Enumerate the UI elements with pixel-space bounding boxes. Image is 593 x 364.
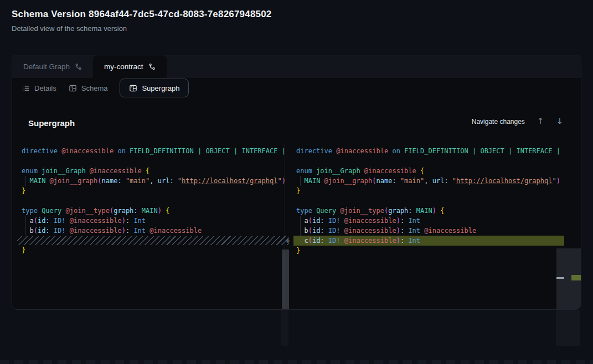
scrollbar-overflow-left <box>281 310 288 346</box>
code-line: b(id: ID! @inaccessible): Int @inaccessi… <box>12 226 289 236</box>
code-line: type Query @join__type(graph: MAIN) { <box>12 206 289 216</box>
schema-version-page: Schema Version 8964af44-7dc5-47cd-8083-7… <box>0 0 593 364</box>
code-line: directive @inaccessible on FIELD_DEFINIT… <box>290 146 581 156</box>
code-line: enum join__Graph @inaccessible { <box>290 166 581 176</box>
code-line: type Query @join__type(graph: MAIN) { <box>290 206 581 216</box>
schema-panels-icon <box>69 84 77 92</box>
diff-editor: directive @inaccessible on FIELD_DEFINIT… <box>12 143 581 309</box>
list-icon <box>22 84 30 92</box>
code-line: a(id: ID! @inaccessible): Int <box>12 216 289 226</box>
tab-schema[interactable]: Schema <box>69 84 108 92</box>
tab-default-graph-label: Default Graph <box>23 63 70 71</box>
code-line: } <box>290 246 581 256</box>
left-pane-code[interactable]: directive @inaccessible on FIELD_DEFINIT… <box>12 143 289 309</box>
left-scrollbar-thumb[interactable] <box>282 249 289 309</box>
code-line: MAIN @join__graph(name: "main", url: "ht… <box>290 176 581 186</box>
navigate-changes-label: Navigate changes <box>472 118 525 126</box>
variant-fork-icon <box>148 63 156 70</box>
code-line <box>290 196 581 206</box>
variant-fork-icon <box>75 63 82 70</box>
code-line: a(id: ID! @inaccessible): Int <box>290 216 581 226</box>
navigate-down-button[interactable]: ↓ <box>556 117 563 126</box>
scrollbar-overflow-right <box>556 310 580 346</box>
schema-panels-icon <box>129 84 137 92</box>
tab-supergraph-label: Supergraph <box>142 84 179 92</box>
tab-schema-label: Schema <box>81 84 108 92</box>
page-title: Schema Version 8964af44-7dc5-47cd-8083-7… <box>12 9 272 20</box>
code-line <box>290 156 581 166</box>
variant-tabs: Default Graph my-contract <box>12 55 581 78</box>
overview-added-marker <box>571 275 581 280</box>
code-line: } <box>290 186 581 196</box>
code-line: directive @inaccessible on FIELD_DEFINIT… <box>12 146 289 156</box>
navigate-changes: Navigate changes ↑ ↓ <box>472 117 563 126</box>
right-pane-code[interactable]: directive @inaccessible on FIELD_DEFINIT… <box>290 143 581 309</box>
navigate-up-button[interactable]: ↑ <box>537 117 544 126</box>
diff-placeholder-line <box>17 236 289 245</box>
code-line <box>12 156 289 166</box>
supergraph-heading: Supergraph <box>28 118 75 128</box>
diff-added-line: c(id: ID! @inaccessible): Int <box>293 236 564 246</box>
tab-details-label: Details <box>34 84 56 92</box>
code-line: } <box>12 186 289 196</box>
view-subtabs: Details Schema Supergraph <box>12 78 581 98</box>
diff-added-gutter-marker: + <box>283 236 293 246</box>
code-line: b(id: ID! @inaccessible): Int @inaccessi… <box>290 226 581 236</box>
code-line: MAIN @join__graph(name: "main", url: "ht… <box>12 176 289 186</box>
code-line: enum join__Graph @inaccessible { <box>12 166 289 176</box>
code-line: } <box>12 245 289 255</box>
overview-cursor-marker <box>556 277 564 279</box>
page-subtitle: Detailed view of the schema version <box>12 24 127 33</box>
bottom-edge-decoration <box>0 360 593 364</box>
schema-version-card: Default Graph my-contract <box>12 55 581 310</box>
tab-supergraph[interactable]: Supergraph <box>120 79 189 97</box>
tab-my-contract-label: my-contract <box>104 63 143 71</box>
overview-ruler[interactable] <box>556 248 581 309</box>
tab-default-graph[interactable]: Default Graph <box>12 55 93 78</box>
tab-my-contract[interactable]: my-contract <box>93 55 167 78</box>
tab-details[interactable]: Details <box>22 84 56 92</box>
code-line <box>12 196 289 206</box>
